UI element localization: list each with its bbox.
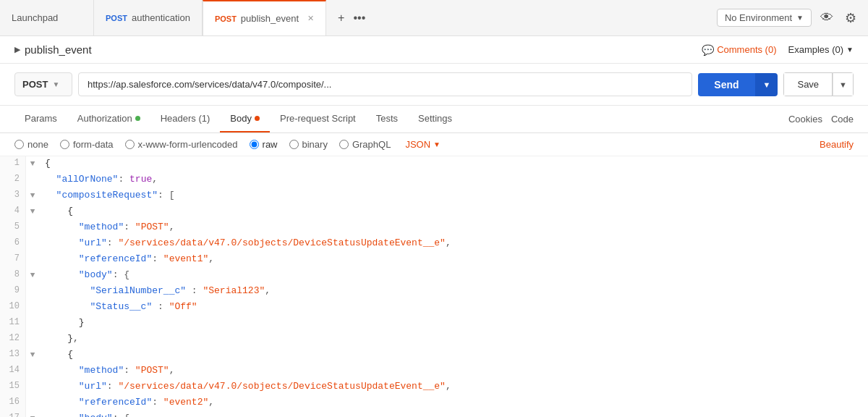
chevron-down-icon: ▼ <box>839 80 847 89</box>
code-line-content: "body": { <box>39 268 135 284</box>
table-row: 6 "url": "/services/data/v47.0/sobjects/… <box>0 236 868 252</box>
comment-icon: 💬 <box>702 44 714 56</box>
raw-label: raw <box>263 139 278 150</box>
format-raw[interactable]: raw <box>250 139 278 150</box>
table-row: 17▼ "body": { <box>0 411 868 417</box>
fold-arrow-icon[interactable]: ▼ <box>26 204 39 220</box>
format-form-data[interactable]: form-data <box>60 139 114 150</box>
code-editor[interactable]: 1▼{2 "allOrNone": true,3▼ "compositeRequ… <box>0 156 868 417</box>
code-line-content: "url": "/services/data/v47.0/sobjects/De… <box>39 379 457 395</box>
request-actions: 💬 Comments (0) Examples (0) ▼ <box>702 44 854 56</box>
fold-arrow-icon <box>26 395 39 411</box>
fold-arrow-icon <box>26 316 39 332</box>
form-data-label: form-data <box>73 139 114 150</box>
env-label: No Environment <box>725 12 792 23</box>
authentication-tab-label: authentication <box>132 12 190 23</box>
json-type-select[interactable]: JSON ▼ <box>405 139 441 150</box>
close-icon[interactable]: ✕ <box>307 14 314 23</box>
environment-select[interactable]: No Environment ▼ <box>717 9 812 27</box>
chevron-down-icon: ▼ <box>846 46 854 54</box>
tab-settings[interactable]: Settings <box>408 106 462 132</box>
save-button-group: Save ▼ <box>783 72 854 96</box>
authentication-method-badge: POST <box>106 14 127 22</box>
save-dropdown-button[interactable]: ▼ <box>833 72 854 96</box>
tab-authorization[interactable]: Authorization <box>67 106 150 132</box>
tab-pre-request[interactable]: Pre-request Script <box>270 106 366 132</box>
tab-bar: Launchpad POST authentication POST publi… <box>0 0 868 36</box>
table-row: 10 "Status__c" : "Off" <box>0 300 868 316</box>
code-line-content: { <box>39 348 79 363</box>
body-status-dot <box>255 116 260 121</box>
fold-arrow-icon[interactable]: ▼ <box>26 268 39 284</box>
code-line-content: "allOrNone": true, <box>39 172 163 188</box>
fold-arrow-icon <box>26 363 39 379</box>
line-number: 8 <box>0 268 26 284</box>
main-content: ▶ publish_event 💬 Comments (0) Examples … <box>0 36 868 417</box>
code-line-content: "body": { <box>39 411 135 417</box>
method-select[interactable]: POST ▼ <box>14 72 72 96</box>
publish-event-method-badge: POST <box>215 14 237 23</box>
fold-arrow-icon[interactable]: ▼ <box>26 156 39 172</box>
request-title-bar: ▶ publish_event 💬 Comments (0) Examples … <box>0 36 868 64</box>
eye-icon[interactable]: 👁 <box>817 7 836 28</box>
more-tabs-button[interactable]: ••• <box>350 9 368 28</box>
binary-label: binary <box>302 139 328 150</box>
table-row: 7 "referenceId": "event1", <box>0 252 868 268</box>
chevron-down-icon: ▼ <box>433 140 441 148</box>
line-number: 14 <box>0 363 26 379</box>
format-graphql[interactable]: GraphQL <box>339 139 391 150</box>
code-line-content: "compositeRequest": [ <box>39 188 180 204</box>
tab-launchpad[interactable]: Launchpad <box>0 0 94 35</box>
format-binary[interactable]: binary <box>289 139 328 150</box>
add-tab-button[interactable]: + <box>335 9 347 28</box>
tab-headers[interactable]: Headers (1) <box>150 106 221 132</box>
table-row: 3▼ "compositeRequest": [ <box>0 188 868 204</box>
format-none[interactable]: none <box>14 139 48 150</box>
tab-tests[interactable]: Tests <box>366 106 408 132</box>
table-row: 13▼ { <box>0 348 868 363</box>
expand-arrow-icon[interactable]: ▶ <box>14 45 20 54</box>
table-row: 15 "url": "/services/data/v47.0/sobjects… <box>0 379 868 395</box>
send-button-group: Send ▼ <box>698 73 778 96</box>
comments-button[interactable]: 💬 Comments (0) <box>702 44 776 56</box>
tab-params[interactable]: Params <box>14 106 67 132</box>
code-line-content: { <box>39 204 79 220</box>
code-button[interactable]: Code <box>831 114 854 125</box>
save-button[interactable]: Save <box>783 72 833 96</box>
tab-body[interactable]: Body <box>220 106 270 132</box>
urlencoded-label: x-www-form-urlencoded <box>138 139 238 150</box>
format-bar: none form-data x-www-form-urlencoded raw… <box>0 133 868 156</box>
authorization-status-dot <box>135 116 140 121</box>
tab-publish-event[interactable]: POST publish_event ✕ <box>203 0 326 35</box>
examples-button[interactable]: Examples (0) ▼ <box>788 44 854 55</box>
graphql-label: GraphQL <box>352 139 391 150</box>
code-line-content: "method": "POST", <box>39 363 180 379</box>
tab-authentication[interactable]: POST authentication <box>94 0 203 35</box>
beautify-button[interactable]: Beautify <box>820 139 854 150</box>
code-line-content: }, <box>39 332 85 348</box>
url-bar: POST ▼ Send ▼ Save ▼ <box>0 64 868 106</box>
fold-arrow-icon[interactable]: ▼ <box>26 411 39 417</box>
line-number: 1 <box>0 156 26 172</box>
fold-arrow-icon[interactable]: ▼ <box>26 188 39 204</box>
gear-icon[interactable]: ⚙ <box>842 7 859 29</box>
line-number: 4 <box>0 204 26 220</box>
url-input[interactable] <box>78 72 692 96</box>
method-label: POST <box>22 79 48 90</box>
format-urlencoded[interactable]: x-www-form-urlencoded <box>125 139 238 150</box>
code-line-content: "Status__c" : "Off" <box>39 300 203 316</box>
send-dropdown-button[interactable]: ▼ <box>755 73 778 96</box>
line-number: 15 <box>0 379 26 395</box>
fold-arrow-icon[interactable]: ▼ <box>26 348 39 363</box>
table-row: 2 "allOrNone": true, <box>0 172 868 188</box>
headers-label: Headers (1) <box>161 113 210 124</box>
fold-arrow-icon <box>26 220 39 236</box>
fold-arrow-icon <box>26 236 39 252</box>
code-line-content: "url": "/services/data/v47.0/sobjects/De… <box>39 236 457 252</box>
code-line-content: "referenceId": "event1", <box>39 252 220 268</box>
cookies-button[interactable]: Cookies <box>788 114 822 125</box>
line-number: 2 <box>0 172 26 188</box>
send-button[interactable]: Send <box>698 73 754 96</box>
fold-arrow-icon <box>26 300 39 316</box>
line-number: 11 <box>0 316 26 332</box>
